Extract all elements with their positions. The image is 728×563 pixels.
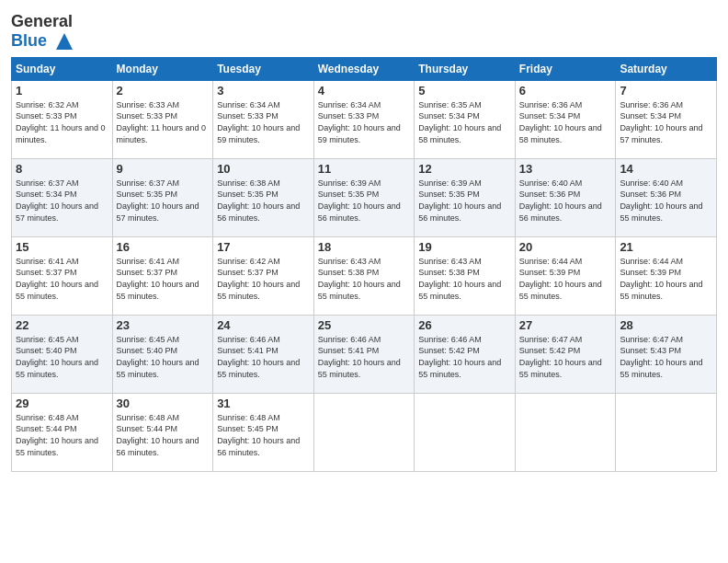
- weekday-header-tuesday: Tuesday: [213, 57, 314, 80]
- calendar-cell: 27 Sunrise: 6:47 AM Sunset: 5:42 PM Dayl…: [515, 315, 616, 393]
- calendar-cell: 3 Sunrise: 6:34 AM Sunset: 5:33 PM Dayli…: [213, 80, 314, 158]
- weekday-header-saturday: Saturday: [616, 57, 717, 80]
- day-number: 14: [620, 162, 712, 176]
- calendar-week-2: 8 Sunrise: 6:37 AM Sunset: 5:34 PM Dayli…: [12, 158, 717, 236]
- day-number: 8: [16, 162, 108, 176]
- calendar-header-row: SundayMondayTuesdayWednesdayThursdayFrid…: [12, 57, 717, 80]
- weekday-header-friday: Friday: [515, 57, 616, 80]
- day-info: Sunrise: 6:39 AM Sunset: 5:35 PM Dayligh…: [318, 178, 411, 224]
- day-info: Sunrise: 6:36 AM Sunset: 5:34 PM Dayligh…: [620, 99, 712, 145]
- calendar-cell: [313, 393, 415, 471]
- calendar-cell: [415, 393, 516, 471]
- day-info: Sunrise: 6:44 AM Sunset: 5:39 PM Dayligh…: [620, 256, 712, 302]
- calendar-cell: 1 Sunrise: 6:32 AM Sunset: 5:33 PM Dayli…: [12, 80, 113, 158]
- calendar-cell: 20 Sunrise: 6:44 AM Sunset: 5:39 PM Dayl…: [515, 236, 616, 315]
- day-info: Sunrise: 6:42 AM Sunset: 5:37 PM Dayligh…: [217, 256, 310, 302]
- day-number: 18: [318, 240, 411, 254]
- calendar-cell: 23 Sunrise: 6:45 AM Sunset: 5:40 PM Dayl…: [112, 315, 213, 393]
- day-info: Sunrise: 6:47 AM Sunset: 5:43 PM Dayligh…: [620, 334, 712, 380]
- svg-marker-0: [56, 33, 73, 50]
- calendar-cell: 19 Sunrise: 6:43 AM Sunset: 5:38 PM Dayl…: [415, 236, 516, 315]
- calendar-cell: [515, 393, 616, 471]
- day-number: 10: [217, 162, 310, 176]
- day-info: Sunrise: 6:46 AM Sunset: 5:41 PM Dayligh…: [217, 334, 310, 380]
- day-info: Sunrise: 6:40 AM Sunset: 5:36 PM Dayligh…: [519, 178, 612, 224]
- day-number: 19: [418, 240, 511, 254]
- day-info: Sunrise: 6:33 AM Sunset: 5:33 PM Dayligh…: [117, 99, 210, 145]
- day-info: Sunrise: 6:41 AM Sunset: 5:37 PM Dayligh…: [16, 256, 108, 302]
- calendar-cell: 2 Sunrise: 6:33 AM Sunset: 5:33 PM Dayli…: [112, 80, 213, 158]
- calendar-cell: 22 Sunrise: 6:45 AM Sunset: 5:40 PM Dayl…: [12, 315, 113, 393]
- day-number: 4: [318, 84, 411, 98]
- day-info: Sunrise: 6:35 AM Sunset: 5:34 PM Dayligh…: [418, 99, 511, 145]
- calendar-cell: [616, 393, 717, 471]
- day-number: 21: [620, 240, 712, 254]
- day-info: Sunrise: 6:37 AM Sunset: 5:35 PM Dayligh…: [117, 178, 210, 224]
- day-number: 9: [117, 162, 210, 176]
- day-number: 24: [217, 318, 310, 332]
- day-info: Sunrise: 6:43 AM Sunset: 5:38 PM Dayligh…: [318, 256, 411, 302]
- day-info: Sunrise: 6:34 AM Sunset: 5:33 PM Dayligh…: [318, 99, 411, 145]
- day-info: Sunrise: 6:45 AM Sunset: 5:40 PM Dayligh…: [16, 334, 108, 380]
- day-number: 2: [117, 84, 210, 98]
- calendar-cell: 29 Sunrise: 6:48 AM Sunset: 5:44 PM Dayl…: [12, 393, 113, 471]
- day-number: 20: [519, 240, 612, 254]
- day-info: Sunrise: 6:47 AM Sunset: 5:42 PM Dayligh…: [519, 334, 612, 380]
- day-number: 11: [318, 162, 411, 176]
- day-info: Sunrise: 6:48 AM Sunset: 5:45 PM Dayligh…: [217, 412, 310, 458]
- calendar-week-3: 15 Sunrise: 6:41 AM Sunset: 5:37 PM Dayl…: [12, 236, 717, 315]
- calendar-week-4: 22 Sunrise: 6:45 AM Sunset: 5:40 PM Dayl…: [12, 315, 717, 393]
- day-number: 16: [117, 240, 210, 254]
- logo-text: General Blue: [11, 13, 74, 52]
- weekday-header-thursday: Thursday: [415, 57, 516, 80]
- day-info: Sunrise: 6:41 AM Sunset: 5:37 PM Dayligh…: [117, 256, 210, 302]
- day-number: 12: [418, 162, 511, 176]
- weekday-header-monday: Monday: [112, 57, 213, 80]
- day-number: 5: [418, 84, 511, 98]
- calendar-cell: 17 Sunrise: 6:42 AM Sunset: 5:37 PM Dayl…: [213, 236, 314, 315]
- calendar-cell: 12 Sunrise: 6:39 AM Sunset: 5:35 PM Dayl…: [415, 158, 516, 236]
- day-number: 17: [217, 240, 310, 254]
- calendar-cell: 4 Sunrise: 6:34 AM Sunset: 5:33 PM Dayli…: [313, 80, 415, 158]
- day-info: Sunrise: 6:45 AM Sunset: 5:40 PM Dayligh…: [117, 334, 210, 380]
- day-number: 6: [519, 84, 612, 98]
- page-container: General Blue SundayMondayTuesdayWednesda…: [0, 0, 728, 481]
- day-number: 27: [519, 318, 612, 332]
- calendar-table: SundayMondayTuesdayWednesdayThursdayFrid…: [11, 57, 717, 472]
- calendar-week-5: 29 Sunrise: 6:48 AM Sunset: 5:44 PM Dayl…: [12, 393, 717, 471]
- day-info: Sunrise: 6:43 AM Sunset: 5:38 PM Dayligh…: [418, 256, 511, 302]
- day-info: Sunrise: 6:40 AM Sunset: 5:36 PM Dayligh…: [620, 178, 712, 224]
- day-number: 3: [217, 84, 310, 98]
- day-number: 22: [16, 318, 108, 332]
- weekday-header-wednesday: Wednesday: [313, 57, 415, 80]
- day-info: Sunrise: 6:36 AM Sunset: 5:34 PM Dayligh…: [519, 99, 612, 145]
- calendar-cell: 21 Sunrise: 6:44 AM Sunset: 5:39 PM Dayl…: [616, 236, 717, 315]
- day-number: 26: [418, 318, 511, 332]
- day-number: 28: [620, 318, 712, 332]
- calendar-cell: 8 Sunrise: 6:37 AM Sunset: 5:34 PM Dayli…: [12, 158, 113, 236]
- calendar-cell: 24 Sunrise: 6:46 AM Sunset: 5:41 PM Dayl…: [213, 315, 314, 393]
- calendar-cell: 11 Sunrise: 6:39 AM Sunset: 5:35 PM Dayl…: [313, 158, 415, 236]
- calendar-cell: 30 Sunrise: 6:48 AM Sunset: 5:44 PM Dayl…: [112, 393, 213, 471]
- day-info: Sunrise: 6:32 AM Sunset: 5:33 PM Dayligh…: [16, 99, 108, 145]
- logo-blue: Blue: [11, 31, 47, 50]
- calendar-cell: 15 Sunrise: 6:41 AM Sunset: 5:37 PM Dayl…: [12, 236, 113, 315]
- day-info: Sunrise: 6:48 AM Sunset: 5:44 PM Dayligh…: [16, 412, 108, 458]
- logo-general: General: [11, 12, 73, 30]
- day-number: 7: [620, 84, 712, 98]
- calendar-cell: 6 Sunrise: 6:36 AM Sunset: 5:34 PM Dayli…: [515, 80, 616, 158]
- day-info: Sunrise: 6:39 AM Sunset: 5:35 PM Dayligh…: [418, 178, 511, 224]
- day-info: Sunrise: 6:34 AM Sunset: 5:33 PM Dayligh…: [217, 99, 310, 145]
- day-number: 31: [217, 396, 310, 410]
- calendar-week-1: 1 Sunrise: 6:32 AM Sunset: 5:33 PM Dayli…: [12, 80, 717, 158]
- calendar-cell: 16 Sunrise: 6:41 AM Sunset: 5:37 PM Dayl…: [112, 236, 213, 315]
- calendar-cell: 13 Sunrise: 6:40 AM Sunset: 5:36 PM Dayl…: [515, 158, 616, 236]
- day-number: 13: [519, 162, 612, 176]
- calendar-cell: 31 Sunrise: 6:48 AM Sunset: 5:45 PM Dayl…: [213, 393, 314, 471]
- day-info: Sunrise: 6:46 AM Sunset: 5:41 PM Dayligh…: [318, 334, 411, 380]
- header-row: General Blue: [11, 9, 717, 52]
- day-info: Sunrise: 6:37 AM Sunset: 5:34 PM Dayligh…: [16, 178, 108, 224]
- calendar-cell: 18 Sunrise: 6:43 AM Sunset: 5:38 PM Dayl…: [313, 236, 415, 315]
- day-number: 25: [318, 318, 411, 332]
- day-number: 15: [16, 240, 108, 254]
